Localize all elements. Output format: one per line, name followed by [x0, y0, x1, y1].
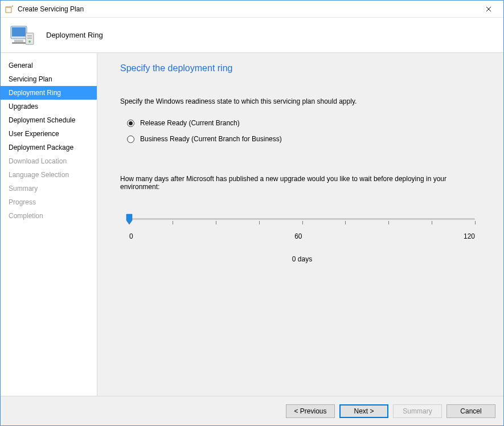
sidebar-item-summary: Summary: [1, 182, 97, 195]
sidebar-item-language-selection: Language Selection: [1, 168, 97, 182]
sidebar-item-servicing-plan[interactable]: Servicing Plan: [1, 72, 97, 86]
slider-value-label: 0 days: [126, 255, 478, 263]
slider-max-label: 120: [464, 232, 475, 240]
svg-rect-3: [12, 27, 26, 36]
content-pane: Specify the deployment ring Specify the …: [97, 53, 503, 396]
wizard-icon: [5, 5, 14, 14]
svg-rect-7: [27, 35, 32, 36]
radio-icon: [127, 136, 134, 143]
svg-rect-8: [27, 38, 32, 39]
sidebar-item-download-location: Download Location: [1, 154, 97, 168]
close-button[interactable]: [476, 1, 501, 17]
sidebar-item-upgrades[interactable]: Upgrades: [1, 100, 97, 113]
delay-question: How many days after Microsoft has publis…: [120, 175, 484, 191]
sidebar-item-deployment-schedule[interactable]: Deployment Schedule: [1, 113, 97, 127]
sidebar-item-general[interactable]: General: [1, 59, 97, 72]
svg-point-9: [28, 40, 31, 43]
previous-button[interactable]: < Previous: [286, 404, 335, 418]
wizard-footer: < Previous Next > Summary Cancel: [1, 396, 503, 425]
summary-button: Summary: [393, 404, 442, 418]
sidebar-item-user-experience[interactable]: User Experience: [1, 127, 97, 141]
slider-track[interactable]: [129, 218, 475, 220]
svg-point-1: [12, 5, 13, 6]
slider-min-label: 0: [129, 232, 133, 240]
page-title: Specify the deployment ring: [120, 63, 484, 73]
radio-business-ready[interactable]: Business Ready (Current Branch for Busin…: [127, 135, 484, 143]
wizard-header: Deployment Ring: [1, 18, 503, 53]
svg-rect-5: [12, 42, 26, 44]
delay-slider[interactable]: 0 60 120 0 days: [126, 218, 478, 263]
computer-icon: [9, 22, 36, 49]
slider-ticks: [129, 221, 475, 226]
wizard-body: General Servicing Plan Deployment Ring U…: [1, 53, 503, 396]
svg-rect-4: [14, 40, 23, 42]
radio-label: Release Ready (Current Branch): [140, 119, 240, 127]
slider-scale-labels: 0 60 120: [129, 232, 475, 240]
cancel-button[interactable]: Cancel: [446, 404, 495, 418]
window-title: Create Servicing Plan: [18, 5, 84, 13]
radio-icon: [127, 120, 134, 127]
sidebar-item-deployment-ring[interactable]: Deployment Ring: [1, 86, 97, 100]
radio-label: Business Ready (Current Branch for Busin…: [140, 135, 282, 143]
next-button[interactable]: Next >: [339, 404, 388, 418]
sidebar: General Servicing Plan Deployment Ring U…: [1, 53, 97, 396]
header-title: Deployment Ring: [46, 31, 103, 39]
sidebar-item-deployment-package[interactable]: Deployment Package: [1, 141, 97, 154]
sidebar-item-completion: Completion: [1, 209, 97, 223]
sidebar-item-progress: Progress: [1, 195, 97, 209]
titlebar: Create Servicing Plan: [1, 1, 503, 18]
radio-release-ready[interactable]: Release Ready (Current Branch): [127, 119, 484, 127]
slider-mid-label: 60: [294, 232, 302, 240]
page-description: Specify the Windows readiness state to w…: [120, 97, 484, 105]
